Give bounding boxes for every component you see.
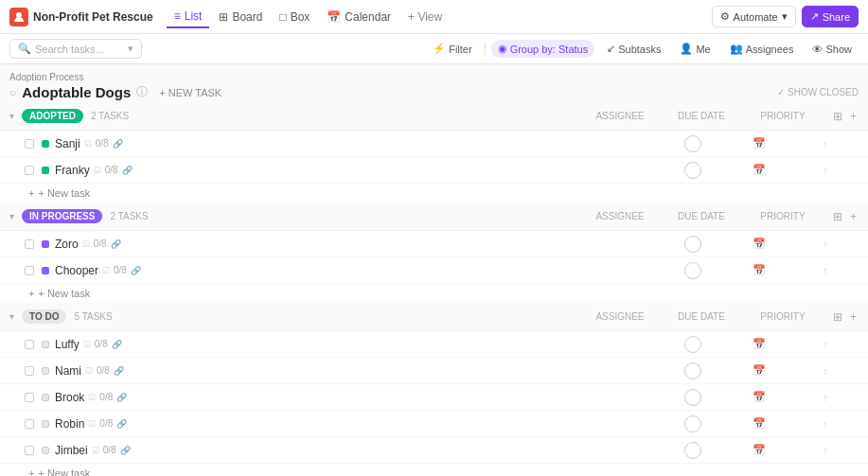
filter-icon: ⚡ xyxy=(433,43,446,55)
task-checkbox[interactable] xyxy=(25,446,34,455)
new-task-button[interactable]: + NEW TASK xyxy=(153,85,227,100)
task-priority[interactable]: ↑ xyxy=(792,445,859,456)
group-cols-todo: ASSIGNEE DUE DATE PRIORITY ⊞ + xyxy=(587,310,859,324)
task-priority[interactable]: ↑ xyxy=(792,339,859,350)
avatar xyxy=(684,415,701,432)
task-assignee xyxy=(660,442,726,459)
group-header-adopted: ▾ ADOPTED 2 TASKS ASSIGNEE DUE DATE PRIO… xyxy=(0,102,868,131)
task-checkbox[interactable] xyxy=(25,419,34,429)
tab-list[interactable]: ≡ List xyxy=(167,6,210,28)
badge-inprogress[interactable]: IN PROGRESS xyxy=(22,209,102,223)
task-checklist-icon: ☑ xyxy=(84,139,92,149)
task-priority[interactable]: ↑ xyxy=(792,418,859,430)
add-col-icon[interactable]: + xyxy=(848,210,859,223)
search-icon: 🔍 xyxy=(18,43,31,55)
task-checkbox[interactable] xyxy=(25,166,34,175)
group-adopted: ▾ ADOPTED 2 TASKS ASSIGNEE DUE DATE PRIO… xyxy=(0,102,868,203)
tab-box[interactable]: □ Box xyxy=(272,7,317,27)
col-actions-inprogress: ⊞ + xyxy=(831,210,859,223)
task-link-icon: 🔗 xyxy=(122,166,133,175)
show-closed-button[interactable]: ✓ SHOW CLOSED xyxy=(777,87,859,97)
plus-icon: + xyxy=(28,467,34,476)
group-by-button[interactable]: ◉ Group by: Status xyxy=(491,40,595,58)
share-button[interactable]: ↗ Share xyxy=(802,6,859,27)
task-row[interactable]: Jimbei ☑ 0/8 🔗 📅 ↑ xyxy=(0,437,868,464)
task-assignee xyxy=(660,236,726,253)
task-row[interactable]: Nami ☑ 0/8 🔗 📅 ↑ xyxy=(0,358,868,384)
task-due-date[interactable]: 📅 xyxy=(726,238,792,250)
calendar-small-icon: 📅 xyxy=(753,417,766,430)
task-due-date[interactable]: 📅 xyxy=(726,391,792,403)
add-view-btn[interactable]: + View xyxy=(400,7,450,27)
task-status-dot xyxy=(42,341,49,348)
show-button[interactable]: 👁 Show xyxy=(806,41,859,58)
group-header-inprogress: ▾ IN PROGRESS 2 TASKS ASSIGNEE DUE DATE … xyxy=(0,203,868,231)
task-checklist-icon: ☑ xyxy=(102,266,110,275)
priority-icon: ↑ xyxy=(823,445,828,456)
group-toggle-adopted[interactable]: ▾ xyxy=(9,111,14,121)
task-due-date[interactable]: 📅 xyxy=(726,137,792,150)
task-assignee xyxy=(660,135,726,152)
section-title: Adoptable Dogs xyxy=(22,84,131,100)
toolbar-right: ⚡ Filter ◉ Group by: Status ↙ Subtasks 👤… xyxy=(426,40,859,58)
task-priority[interactable]: ↑ xyxy=(792,165,859,176)
task-priority[interactable]: ↑ xyxy=(792,392,859,403)
section-info-icon[interactable]: ⓘ xyxy=(136,84,148,100)
task-row[interactable]: Franky ☑ 0/8 🔗 📅 ↑ xyxy=(0,157,868,184)
task-checklist-icon: ☑ xyxy=(94,166,101,175)
task-priority[interactable]: ↑ xyxy=(792,265,859,276)
task-checklist-icon: ☑ xyxy=(92,446,99,455)
filter-button[interactable]: ⚡ Filter xyxy=(426,40,478,58)
task-priority[interactable]: ↑ xyxy=(792,365,859,377)
task-checkbox[interactable] xyxy=(25,366,34,376)
task-link-icon: 🔗 xyxy=(116,393,127,402)
task-row[interactable]: Robin ☑ 0/8 🔗 📅 ↑ xyxy=(0,411,868,437)
new-task-todo-button[interactable]: + + New task xyxy=(0,464,868,476)
tab-calendar[interactable]: 📅 Calendar xyxy=(319,7,399,27)
group-toggle-inprogress[interactable]: ▾ xyxy=(9,211,14,221)
task-row[interactable]: Brook ☑ 0/8 🔗 📅 ↑ xyxy=(0,384,868,411)
grid-icon[interactable]: ⊞ xyxy=(831,210,844,223)
task-checkbox[interactable] xyxy=(25,393,34,402)
task-row[interactable]: Zoro ☑ 0/8 🔗 📅 ↑ xyxy=(0,231,868,257)
section-toggle-icon[interactable]: ○ xyxy=(9,86,16,99)
assignees-button[interactable]: 👥 Assignees xyxy=(723,40,801,58)
grid-icon[interactable]: ⊞ xyxy=(831,110,844,123)
avatar xyxy=(684,135,701,152)
task-due-date[interactable]: 📅 xyxy=(726,444,792,456)
task-priority[interactable]: ↑ xyxy=(792,238,859,250)
group-count-adopted: 2 TASKS xyxy=(91,111,129,121)
task-checkbox[interactable] xyxy=(25,139,34,149)
new-task-adopted-button[interactable]: + + New task xyxy=(0,184,868,203)
tab-board[interactable]: ⊞ Board xyxy=(211,7,270,27)
badge-todo[interactable]: TO DO xyxy=(22,309,66,324)
task-checkbox[interactable] xyxy=(25,266,34,275)
task-row[interactable]: Luffy ☑ 0/8 🔗 📅 ↑ xyxy=(0,331,868,358)
task-row[interactable]: Sanji ☑ 0/8 🔗 📅 ↑ xyxy=(0,131,868,157)
task-due-date[interactable]: 📅 xyxy=(726,338,792,350)
main-content: Adoption Process ○ Adoptable Dogs ⓘ + NE… xyxy=(0,64,868,476)
new-task-inprogress-button[interactable]: + + New task xyxy=(0,284,868,303)
task-name: Jimbei ☑ 0/8 🔗 xyxy=(55,444,660,457)
task-checkbox[interactable] xyxy=(25,239,34,249)
grid-icon[interactable]: ⊞ xyxy=(831,310,844,324)
add-col-icon[interactable]: + xyxy=(848,310,859,324)
search-box[interactable]: 🔍 Search tasks... ▾ xyxy=(9,39,142,59)
task-due-date[interactable]: 📅 xyxy=(726,264,792,276)
task-due-date[interactable]: 📅 xyxy=(726,417,792,430)
group-toggle-todo[interactable]: ▾ xyxy=(9,311,14,322)
subtasks-button[interactable]: ↙ Subtasks xyxy=(600,40,667,58)
avatar xyxy=(684,236,701,253)
automate-button[interactable]: ⚙ Automate ▾ xyxy=(712,6,796,27)
col-priority: PRIORITY xyxy=(750,111,816,121)
task-due-date[interactable]: 📅 xyxy=(726,164,792,176)
col-duedate: DUE DATE xyxy=(668,311,735,322)
plus-icon: + xyxy=(28,288,34,299)
task-checkbox[interactable] xyxy=(25,340,34,349)
badge-adopted[interactable]: ADOPTED xyxy=(22,109,83,123)
task-priority[interactable]: ↑ xyxy=(792,138,859,150)
me-button[interactable]: 👤 Me xyxy=(673,40,717,58)
task-row[interactable]: Chooper ☑ 0/8 🔗 📅 ↑ xyxy=(0,257,868,284)
task-due-date[interactable]: 📅 xyxy=(726,364,792,377)
add-col-icon[interactable]: + xyxy=(848,110,859,123)
